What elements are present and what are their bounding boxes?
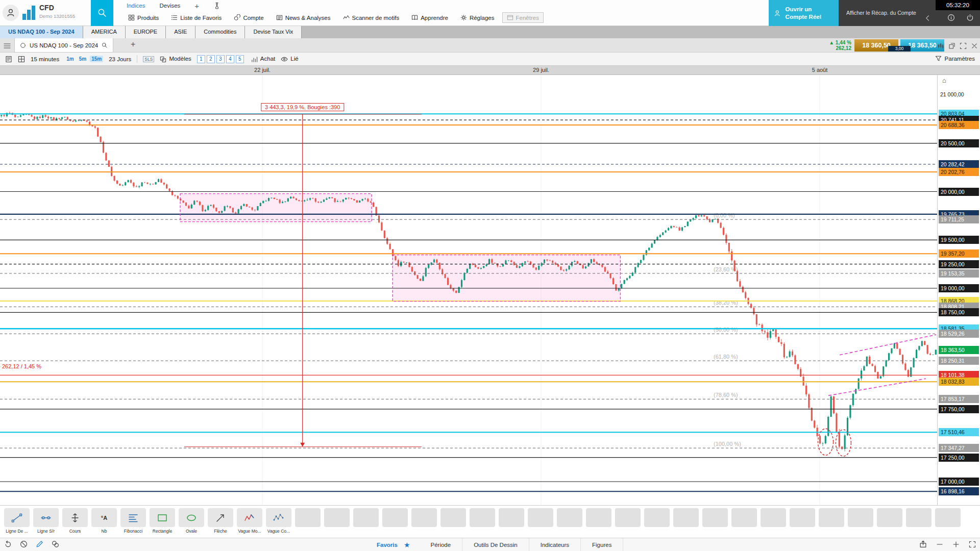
open-real-account-button[interactable]: Ouvrir un Compte Réel (769, 0, 839, 26)
order-list-icon[interactable] (5, 55, 12, 63)
model-number-button[interactable]: 3 (216, 55, 225, 63)
book-icon (411, 14, 418, 21)
quick-timeframe-button[interactable]: 5m (78, 56, 88, 62)
quick-timeframe-button[interactable]: 1m (65, 56, 75, 62)
draw-tool-trend[interactable]: Ligne De ... (4, 508, 30, 534)
highlight-ellipse[interactable] (836, 430, 851, 456)
search-button[interactable] (91, 0, 113, 26)
fullscreen-button[interactable] (969, 540, 976, 548)
add-chart-tab-button[interactable]: + (131, 40, 135, 49)
watchlist-tab[interactable]: ASIE (166, 26, 195, 38)
menu-item-label: News & Analyses (285, 15, 331, 21)
zoom-in-button[interactable] (952, 540, 960, 548)
draw-tool-oval[interactable]: Ovale (179, 508, 204, 534)
model-number-button[interactable]: 1 (197, 55, 205, 63)
watchlist-tab[interactable]: Devise Taux Vix (245, 26, 302, 38)
timeframe-select[interactable]: 15 minutes (31, 56, 59, 62)
parameters-button[interactable]: Paramètres (935, 55, 975, 62)
bottom-tabs: Favoris★PériodeOutils De DessinIndicateu… (365, 538, 623, 551)
menu-item[interactable]: News & Analyses (272, 12, 335, 23)
layout-grid-icon[interactable] (18, 55, 25, 63)
trendline[interactable] (828, 379, 926, 395)
chart-type-icon[interactable] (937, 42, 944, 49)
menu-item[interactable]: Fenêtres (502, 12, 544, 23)
watchlist-tab[interactable]: Commodities (195, 26, 245, 38)
menu-item-label: Scanner de motifs (352, 15, 400, 21)
menu-item[interactable]: Liste de Favoris (166, 12, 226, 23)
favorites-star-icon[interactable]: ★ (404, 541, 410, 549)
model-number-button[interactable]: 4 (226, 55, 234, 63)
popout-window-icon[interactable] (948, 42, 955, 49)
draw-tool-label: Ligne S/r (33, 529, 59, 534)
menu-item[interactable]: Scanner de motifs (338, 12, 404, 23)
menu-item[interactable]: Apprendre (407, 12, 453, 23)
power-button[interactable] (966, 14, 974, 21)
watchlist-tab[interactable]: EUROPE (126, 26, 166, 38)
color-brush-button[interactable] (52, 540, 59, 548)
account-recap-link[interactable]: Afficher le Récap. du Compte (846, 10, 928, 16)
candlestick-chart[interactable]: (0,00 %)(23,60 %)(38,20 %)(50,00 %)(61,8… (0, 75, 980, 505)
maxi-icon (960, 42, 967, 49)
chevron-left-icon[interactable] (924, 14, 931, 21)
model-number-buttons: 12345 (197, 55, 246, 63)
bottom-right-icons (919, 540, 976, 548)
chart-tab[interactable]: US NDAQ 100 - Sep 2024 (14, 38, 113, 53)
empty-tool-slot (440, 508, 466, 527)
menu-item[interactable]: Produits (124, 12, 163, 23)
watchlist-tab[interactable]: US NDAQ 100 - Sep 2024 (0, 26, 83, 38)
bottom-tab[interactable]: Outils De Dessin (462, 538, 529, 551)
zoom-out-button[interactable] (936, 540, 943, 548)
sls-button[interactable]: SLS (143, 56, 154, 62)
chart-area[interactable]: 22 juil.29 juil.5 août (0,00 %)(23,60 %)… (0, 66, 980, 505)
empty-tool-slot (935, 508, 961, 527)
models-button[interactable]: Modèles (160, 55, 191, 62)
draw-tool-wavec[interactable]: Vague Co... (266, 508, 291, 534)
bottom-tab[interactable]: Indicateurs (529, 538, 581, 551)
draw-tool-hline[interactable]: Ligne S/r (33, 508, 59, 534)
close-icon (971, 42, 978, 49)
change-block: ▲ 1,44 % 262,12 (829, 40, 851, 51)
lie-toggle[interactable]: Lié (281, 55, 298, 63)
strategy-flask-button[interactable] (213, 2, 220, 9)
reset-view-button[interactable] (4, 540, 12, 548)
watchlist-tab[interactable]: AMERICA (83, 26, 126, 38)
close-icon[interactable] (971, 42, 978, 49)
market-tab[interactable]: Devises (159, 3, 180, 9)
arrow-tool-icon (215, 512, 226, 523)
achat-button[interactable]: Achat (251, 55, 275, 62)
edit-pencil-button[interactable] (36, 540, 43, 548)
draw-tool-label: Flèche (208, 529, 233, 534)
date-axis[interactable]: 22 juil.29 juil.5 août (0, 66, 980, 75)
user-avatar[interactable] (3, 5, 19, 21)
measure-annotation[interactable]: 3 443,3, 19,9 %, Bougies :390 (261, 103, 344, 111)
draw-tool-wavem[interactable]: Vague Mo... (237, 508, 262, 534)
draw-tool-nb[interactable]: °ANb (91, 508, 117, 534)
menu-item[interactable]: Compte (229, 12, 268, 23)
maximize-icon[interactable] (960, 42, 967, 49)
add-market-tab-button[interactable]: + (194, 2, 199, 10)
draw-tool-cours[interactable]: Cours (62, 508, 88, 534)
model-number-button[interactable]: 2 (207, 55, 215, 63)
info-button[interactable] (947, 14, 955, 21)
draw-tool-arrow[interactable]: Flèche (208, 508, 233, 534)
draw-tool-rect[interactable]: Rectangle (150, 508, 175, 534)
change-direction: ▲ (829, 40, 834, 45)
search-icon[interactable] (102, 42, 108, 48)
ban-icon (20, 540, 28, 548)
hamburger-menu-icon[interactable] (4, 42, 11, 49)
menu-item[interactable]: Réglages (456, 12, 499, 23)
clear-drawings-button[interactable] (20, 540, 28, 548)
market-tab[interactable]: Indices (127, 3, 145, 9)
bottom-tab[interactable]: Période (419, 538, 462, 551)
draw-tool-label: Cours (62, 529, 88, 534)
bottom-tab[interactable]: Figures (581, 538, 623, 551)
share-button[interactable] (919, 540, 927, 548)
change-absolute: 262,12 (829, 45, 851, 51)
scroll-home-icon[interactable]: ⌂ (942, 77, 946, 84)
bottom-tab[interactable]: Favoris (365, 538, 409, 551)
quick-timeframe-button[interactable]: 15m (90, 56, 103, 62)
range-label[interactable]: 23 Jours (109, 56, 131, 62)
model-number-button[interactable]: 5 (236, 55, 244, 63)
measure-arrowhead (300, 443, 305, 447)
draw-tool-fib[interactable]: Fibonacci (120, 508, 146, 534)
